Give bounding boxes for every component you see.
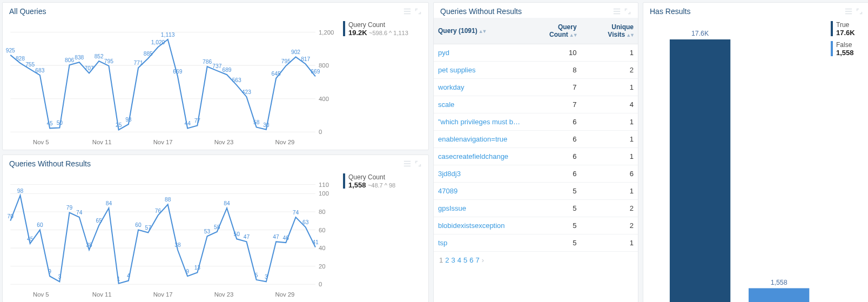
bar-chart-has-results[interactable]: 17.6K1,558 (645, 21, 827, 302)
svg-text:88: 88 (165, 197, 171, 203)
page-3[interactable]: 3 (451, 256, 455, 264)
cell-query[interactable]: casecreatefieldchange (434, 148, 526, 165)
svg-text:3: 3 (58, 274, 61, 280)
table-row[interactable]: 4708951 (434, 183, 638, 200)
svg-rect-102 (614, 9, 620, 10)
svg-text:38: 38 (86, 242, 92, 248)
line-chart-no-results[interactable]: 0204060801001107098456093797438658414605… (5, 173, 338, 301)
table-row[interactable]: casecreatefieldchange61 (434, 148, 638, 165)
svg-rect-103 (614, 11, 620, 12)
svg-rect-49 (404, 163, 411, 164)
options-icon[interactable] (845, 8, 852, 15)
svg-text:3: 3 (265, 274, 268, 280)
panel-body: 17.6K1,558 True 17.6K False 1,558 (643, 18, 868, 302)
table-row[interactable]: workday71 (434, 79, 638, 96)
svg-text:902: 902 (291, 49, 300, 55)
cell-visits: 1 (581, 44, 638, 62)
legend-trend: ~48.7 ^ 98 (368, 182, 395, 189)
svg-rect-108 (670, 39, 730, 302)
cell-visits: 2 (581, 200, 638, 217)
svg-text:110: 110 (319, 182, 329, 188)
left-column: All Queries 04008001,2009258287556834550… (2, 2, 429, 302)
cell-query[interactable]: enablenavigation=true (434, 131, 526, 148)
options-icon[interactable] (403, 160, 411, 167)
line-chart-all-queries[interactable]: 04008001,2009258287556834550806838707852… (5, 21, 338, 149)
page-7[interactable]: 7 (475, 256, 479, 264)
table-row[interactable]: pyd101 (434, 44, 638, 62)
table-row[interactable]: "which privileges must be set …61 (434, 113, 638, 131)
table-row[interactable]: 3jd8dj366 (434, 165, 638, 183)
table-row[interactable]: gpsIssue52 (434, 200, 638, 217)
panel-header: Has Results (643, 3, 868, 18)
cell-visits: 4 (581, 96, 638, 113)
svg-text:17.6K: 17.6K (691, 30, 709, 37)
svg-text:53: 53 (204, 229, 211, 234)
svg-text:45: 45 (27, 236, 33, 242)
svg-text:828: 828 (16, 56, 25, 62)
page-6[interactable]: 6 (469, 256, 473, 264)
table-row[interactable]: scale74 (434, 96, 638, 113)
svg-text:1,558: 1,558 (771, 279, 788, 286)
svg-text:755: 755 (25, 62, 35, 68)
col-count[interactable]: Query Count▲▼ (526, 18, 581, 44)
table-row[interactable]: pet supplies82 (434, 62, 638, 79)
col-visits[interactable]: Unique Visits▲▼ (581, 18, 638, 44)
legend-value: 1,558 (348, 181, 366, 189)
cell-query[interactable]: pyd (434, 44, 526, 62)
cell-visits: 2 (581, 62, 638, 79)
col-query[interactable]: Query (1091)▲▼ (434, 18, 526, 44)
cell-visits: 2 (581, 217, 638, 234)
svg-text:669: 669 (173, 69, 182, 75)
svg-text:Nov 29: Nov 29 (275, 291, 295, 298)
cell-query[interactable]: "which privileges must be set … (434, 113, 526, 131)
page-4[interactable]: 4 (457, 256, 461, 264)
cell-query[interactable]: blobidexistsexception (434, 217, 526, 234)
table-row[interactable]: blobidexistsexception52 (434, 217, 638, 234)
svg-text:Nov 17: Nov 17 (153, 291, 173, 298)
page-2[interactable]: 2 (445, 256, 449, 264)
cell-query[interactable]: gpsIssue (434, 200, 526, 217)
svg-rect-104 (614, 14, 620, 15)
svg-text:30: 30 (263, 122, 270, 128)
page-5[interactable]: 5 (463, 256, 467, 264)
cell-query[interactable]: scale (434, 96, 526, 113)
cell-query[interactable]: pet supplies (434, 62, 526, 79)
svg-text:Nov 29: Nov 29 (275, 139, 295, 145)
svg-rect-107 (845, 14, 852, 15)
svg-text:Nov 5: Nov 5 (33, 291, 49, 298)
panel-title: Queries Without Results (9, 159, 91, 168)
table-row[interactable]: enablenavigation=true61 (434, 131, 638, 148)
panel-body: 04008001,2009258287556834550806838707852… (3, 18, 428, 152)
cell-query[interactable]: 47089 (434, 183, 526, 200)
cell-count: 6 (526, 148, 581, 165)
cell-query[interactable]: workday (434, 79, 526, 96)
cell-query[interactable]: tsp (434, 234, 526, 252)
panel-actions (403, 160, 422, 167)
svg-rect-106 (845, 11, 852, 12)
svg-text:Nov 23: Nov 23 (214, 291, 234, 298)
expand-icon[interactable] (414, 160, 422, 167)
svg-rect-0 (404, 9, 411, 10)
svg-text:44: 44 (184, 120, 191, 126)
table-row[interactable]: tsp51 (434, 234, 638, 252)
svg-text:58: 58 (253, 119, 260, 125)
expand-icon[interactable] (624, 8, 631, 15)
expand-icon[interactable] (414, 8, 422, 15)
svg-text:800: 800 (319, 62, 329, 69)
svg-text:838: 838 (75, 55, 84, 61)
svg-text:645: 645 (272, 71, 281, 77)
legend-label: Query Count (348, 173, 395, 181)
options-icon[interactable] (613, 8, 621, 15)
cell-query[interactable]: 3jd8dj3 (434, 165, 526, 183)
options-icon[interactable] (403, 8, 411, 15)
legend-swatch (343, 173, 345, 189)
svg-text:50: 50 (57, 120, 63, 126)
page-1[interactable]: 1 (439, 256, 443, 264)
svg-text:40: 40 (319, 245, 326, 251)
page-next-icon[interactable]: › (482, 256, 484, 264)
svg-text:9: 9 (48, 269, 51, 274)
svg-text:45: 45 (46, 120, 53, 126)
expand-icon[interactable] (856, 8, 863, 15)
panel-header: All Queries (3, 3, 428, 18)
svg-text:70: 70 (8, 213, 14, 219)
